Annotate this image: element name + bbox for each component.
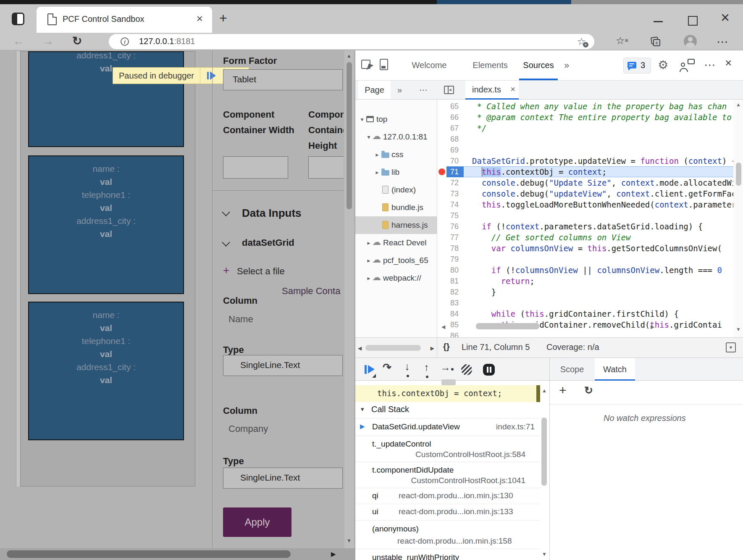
line-number[interactable]: 65 — [437, 101, 464, 112]
devtools-close-icon[interactable]: × — [725, 56, 732, 70]
resume-script-button[interactable] — [362, 358, 377, 381]
call-stack-frame[interactable]: qireact-dom.produ...ion.min.js:130 — [355, 488, 540, 504]
deactivate-breakpoints-button[interactable] — [459, 358, 475, 381]
window-minimize-button[interactable] — [654, 21, 663, 22]
step-out-button[interactable]: ↑ — [420, 358, 435, 381]
code-line[interactable]: 69 — [437, 145, 743, 155]
sidebar-tab-scope[interactable]: Scope — [555, 358, 589, 381]
favorite-star-icon[interactable]: ☆+ — [577, 36, 586, 47]
record-card[interactable]: name :valtelephone1 :valaddress1_city :v… — [28, 155, 184, 294]
sidebar-tab-watch[interactable]: Watch — [595, 358, 635, 381]
tab-close-icon[interactable]: × — [197, 12, 203, 25]
container-height-input[interactable] — [308, 156, 344, 179]
callstack-scroll-up-icon[interactable]: ▲ — [542, 388, 547, 394]
editor-vscrollbar-thumb[interactable] — [736, 163, 741, 186]
page-horizontal-scrollbar[interactable]: ▶ — [0, 548, 355, 560]
reload-icon[interactable]: ↻ — [72, 34, 82, 49]
tab-page[interactable]: Page — [358, 81, 391, 99]
forward-icon[interactable]: → — [42, 34, 54, 49]
more-tabs-icon[interactable]: » — [564, 50, 569, 80]
line-number[interactable]: 82 — [437, 287, 464, 297]
line-number[interactable]: 68 — [437, 134, 464, 145]
issues-badge[interactable]: 3 — [623, 58, 651, 74]
dataset-chevron-icon[interactable] — [222, 238, 230, 247]
call-stack-frame[interactable]: unstable_runWithPriority — [355, 549, 540, 560]
line-number[interactable]: 71 — [437, 166, 464, 177]
step-into-button[interactable]: ↓ — [401, 358, 416, 381]
file-tab-close-icon[interactable]: × — [510, 84, 515, 94]
tab-sources[interactable]: Sources — [517, 50, 559, 80]
address-bar[interactable]: i 127.0.0.1:8181 ☆+ — [109, 34, 594, 49]
favorites-bar-icon[interactable]: ☆≡ — [616, 35, 628, 47]
call-stack-frame[interactable]: uireact-dom.produ...ion.min.js:133 — [355, 504, 540, 520]
window-maximize-button[interactable] — [688, 16, 698, 26]
code-editor[interactable]: 65 * Called when any value in the proper… — [437, 100, 743, 337]
line-number[interactable]: 77 — [437, 232, 464, 243]
code-line[interactable]: 71 this.contextObj = context; — [437, 166, 743, 177]
code-line[interactable]: 74 this.toggleLoadMoreButtonWhenNeeded(c… — [437, 199, 743, 210]
call-stack-frame[interactable]: (anonymous)react-dom.produ...ion.min.js:… — [355, 520, 540, 549]
tree-expander-icon[interactable]: ▾ — [359, 116, 365, 123]
code-line[interactable]: 80 if (!columnsOnView || columnsOnView.l… — [437, 265, 743, 276]
line-number[interactable]: 67 — [437, 123, 464, 134]
code-line[interactable]: 79 — [437, 254, 743, 265]
code-line[interactable]: 75 — [437, 210, 743, 221]
scrollbar-thumb[interactable] — [347, 62, 352, 209]
url-text[interactable]: 127.0.0.1:8181 — [139, 37, 195, 46]
inspect-element-icon[interactable] — [361, 60, 370, 69]
code-line[interactable]: 68 — [437, 134, 743, 145]
line-number[interactable]: 69 — [437, 145, 464, 155]
code-line[interactable]: 83 — [437, 297, 743, 308]
line-number[interactable]: 70 — [437, 155, 464, 166]
code-line[interactable]: 70DataSetGrid.prototype.updateView = fun… — [437, 155, 743, 166]
navigator-horizontal-scrollbar[interactable]: ◀ ▶ — [355, 337, 437, 358]
editor-vertical-scrollbar[interactable]: ▲ ▼ — [733, 100, 743, 337]
code-line[interactable]: 76 if (!context.parameters.dataSetGrid.l… — [437, 221, 743, 232]
step-over-button[interactable]: ↷ — [381, 358, 396, 381]
device-toolbar-icon[interactable] — [380, 59, 388, 70]
data-inputs-chevron-icon[interactable] — [222, 208, 230, 216]
settings-gear-icon[interactable]: ⚙ — [658, 58, 668, 72]
code-line[interactable]: 65 * Called when any value in the proper… — [437, 101, 743, 112]
line-number[interactable]: 75 — [437, 210, 464, 221]
tab-welcome[interactable]: Welcome — [406, 50, 453, 80]
nav-item-top[interactable]: ▾top — [355, 110, 437, 128]
apply-button[interactable]: Apply — [223, 507, 291, 537]
code-line[interactable]: 72 console.debug("Update Size", context.… — [437, 177, 743, 188]
new-tab-button[interactable]: + — [219, 12, 227, 24]
callstack-scroll-down-icon[interactable]: ▼ — [542, 551, 547, 557]
code-line[interactable]: 66 * @param context The entire property … — [437, 112, 743, 123]
feedback-icon[interactable] — [680, 59, 695, 72]
browser-tab[interactable]: PCF Control Sandbox × — [37, 7, 212, 33]
line-number[interactable]: 78 — [437, 243, 464, 254]
tab-index-ts[interactable]: index.ts × — [465, 81, 519, 100]
call-stack-frame[interactable]: t.componentDidUpdateCustomControlHostRoo… — [355, 462, 540, 488]
nav-item-harness-js[interactable]: harness.js — [355, 216, 437, 234]
line-number[interactable]: 80 — [437, 265, 464, 276]
profile-avatar[interactable] — [684, 35, 697, 48]
line-number[interactable]: 74 — [437, 199, 464, 210]
nav-item-react-devel[interactable]: ▸☁React Devel — [355, 234, 437, 252]
paused-line-preview[interactable]: this.contextObj = context; — [355, 385, 540, 402]
navigator-more-tabs-icon[interactable]: » — [397, 81, 402, 99]
code-line[interactable]: 86 — [437, 330, 743, 337]
line-number[interactable]: 73 — [437, 188, 464, 199]
back-icon[interactable]: ← — [13, 34, 24, 49]
editor-scroll-right-icon[interactable]: ▶ — [651, 324, 654, 330]
code-line[interactable]: 78 var columnsOnView = this.getSortedCol… — [437, 243, 743, 254]
collections-icon[interactable]: + — [651, 37, 660, 46]
breakpoint-checkbox-partial[interactable] — [441, 379, 456, 385]
editor-scroll-down-icon[interactable]: ▼ — [736, 326, 741, 332]
scroll-down-icon[interactable]: ▼ — [347, 538, 352, 544]
code-line[interactable]: 81 return; — [437, 276, 743, 287]
panel-vertical-scrollbar[interactable]: ▲ ▼ — [344, 50, 354, 548]
code-line[interactable]: 73 console.debug("updateView", context.c… — [437, 188, 743, 199]
collapse-sidebar-icon[interactable]: ◂ — [444, 86, 454, 94]
line-number[interactable]: 86 — [437, 330, 464, 337]
line-number[interactable]: 66 — [437, 112, 464, 123]
window-close-button[interactable]: × — [721, 8, 730, 27]
drawer-toggle-icon[interactable]: ▼ — [726, 342, 736, 352]
code-line[interactable]: 77 // Get sorted columns on View — [437, 232, 743, 243]
editor-hscrollbar-thumb[interactable] — [476, 323, 539, 329]
scroll-right-icon[interactable]: ▶ — [431, 345, 434, 351]
